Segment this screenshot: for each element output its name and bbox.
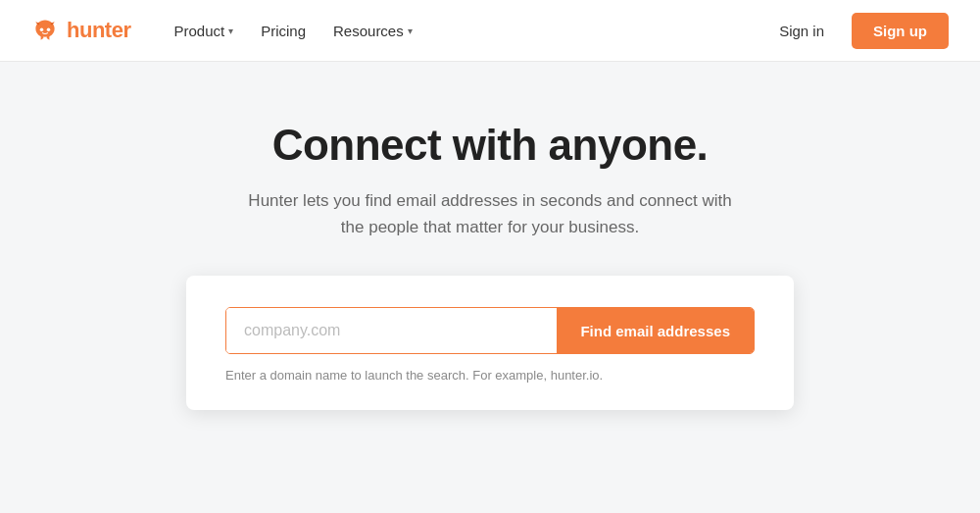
search-card: Find email addresses Enter a domain name…	[186, 276, 794, 410]
navbar: hunter Product ▾ Pricing Resources ▾ Sig…	[0, 0, 980, 62]
product-chevron-icon: ▾	[228, 26, 233, 36]
sign-up-button[interactable]: Sign up	[852, 13, 949, 49]
sign-in-button[interactable]: Sign in	[767, 15, 836, 47]
nav-link-resources[interactable]: Resources ▾	[321, 15, 424, 47]
find-emails-button[interactable]: Find email addresses	[557, 308, 754, 353]
nav-link-pricing[interactable]: Pricing	[249, 15, 318, 47]
hunter-logo-icon	[31, 17, 59, 44]
domain-search-input[interactable]	[226, 308, 557, 353]
hero-subtitle: Hunter lets you find email addresses in …	[235, 187, 745, 240]
search-form: Find email addresses	[225, 307, 755, 354]
hero-title: Connect with anyone.	[272, 121, 709, 170]
logo-link[interactable]: hunter	[31, 17, 130, 44]
nav-right: Sign in Sign up	[767, 13, 949, 49]
nav-links: Product ▾ Pricing Resources ▾	[162, 15, 423, 47]
nav-left: hunter Product ▾ Pricing Resources ▾	[31, 15, 424, 47]
resources-chevron-icon: ▾	[408, 26, 413, 36]
search-hint: Enter a domain name to launch the search…	[225, 368, 755, 383]
svg-point-1	[47, 27, 51, 31]
logo-text: hunter	[67, 18, 130, 43]
hero-section: Connect with anyone. Hunter lets you fin…	[0, 62, 980, 449]
svg-point-0	[40, 27, 44, 31]
nav-link-product[interactable]: Product ▾	[162, 15, 245, 47]
